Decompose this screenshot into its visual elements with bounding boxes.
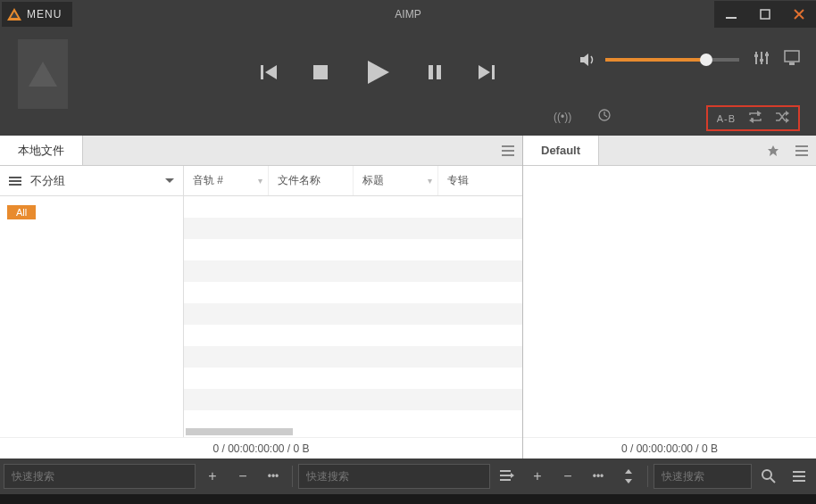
close-button[interactable]: [782, 1, 816, 28]
svg-rect-31: [500, 470, 511, 472]
svg-rect-12: [761, 52, 762, 64]
library-columns-header: 不分组 音轨 #▾ 文件名称 标题▾ 专辑: [0, 166, 522, 196]
sort-menu-button[interactable]: [494, 463, 520, 490]
svg-rect-28: [795, 145, 808, 147]
library-tab-header: 本地文件: [0, 136, 522, 166]
svg-rect-16: [765, 54, 769, 56]
svg-rect-18: [789, 62, 795, 65]
svg-rect-26: [502, 154, 514, 156]
play-button[interactable]: [362, 57, 393, 87]
window-controls: [714, 1, 816, 28]
playlist-search-input[interactable]: [654, 464, 752, 489]
transport-controls: [259, 57, 496, 87]
track-list[interactable]: [184, 196, 522, 437]
title-bar: MENU AIMP: [0, 0, 816, 29]
repeat-button[interactable]: [748, 111, 762, 126]
playlist-add-button[interactable]: +: [524, 463, 551, 490]
playlist-list[interactable]: [523, 166, 816, 437]
volume-thumb[interactable]: [700, 54, 712, 66]
previous-button[interactable]: [259, 62, 279, 82]
bottom-menu-icon[interactable]: [786, 463, 812, 490]
svg-rect-41: [793, 480, 805, 482]
pause-button[interactable]: [425, 62, 445, 82]
group-label: 不分组: [30, 173, 65, 189]
volume-slider[interactable]: [605, 58, 739, 62]
tab-local-files[interactable]: 本地文件: [0, 136, 83, 165]
svg-marker-8: [479, 65, 490, 79]
column-title[interactable]: 标题▾: [354, 166, 438, 195]
next-button[interactable]: [477, 62, 496, 82]
filter-icon[interactable]: ▾: [258, 176, 262, 186]
column-filename[interactable]: 文件名称: [269, 166, 354, 195]
group-selector[interactable]: 不分组: [0, 166, 184, 195]
ab-repeat-button[interactable]: A-B: [717, 113, 736, 124]
filter-icon[interactable]: ▾: [428, 176, 432, 186]
playlist-tab-header: Default: [523, 136, 816, 166]
library-status: 0 / 00:00:00:00 / 0 B: [0, 437, 522, 459]
svg-marker-27: [768, 145, 779, 156]
shuffle-button[interactable]: [775, 111, 789, 126]
svg-rect-2: [261, 65, 263, 79]
svg-rect-33: [500, 479, 511, 481]
album-art-placeholder[interactable]: [18, 39, 68, 109]
svg-marker-35: [625, 469, 632, 474]
svg-marker-22: [786, 111, 789, 116]
playlist-remove-button[interactable]: −: [554, 463, 581, 490]
svg-point-37: [762, 470, 771, 479]
horizontal-scrollbar[interactable]: [186, 428, 293, 435]
svg-rect-11: [755, 52, 757, 64]
remove-button[interactable]: −: [229, 463, 256, 490]
more-button[interactable]: •••: [260, 463, 287, 490]
group-sidebar: All: [0, 196, 184, 437]
sort-toggle-button[interactable]: [615, 463, 642, 490]
svg-rect-6: [429, 65, 433, 79]
svg-rect-40: [793, 475, 805, 477]
svg-rect-29: [795, 150, 808, 152]
app-logo-icon: [7, 8, 21, 21]
bottom-bar: + − ••• + − •••: [0, 459, 816, 494]
svg-marker-3: [265, 65, 277, 79]
extra-controls-left: ((•)): [554, 109, 611, 124]
favorite-icon[interactable]: [759, 136, 787, 165]
center-search-input[interactable]: [298, 464, 490, 489]
volume-icon[interactable]: [579, 51, 596, 69]
player-area: ((•)) A-B: [0, 29, 816, 136]
library-menu-icon[interactable]: [494, 136, 522, 165]
svg-rect-30: [795, 154, 808, 156]
volume-fill: [605, 58, 706, 62]
app-title: AIMP: [395, 8, 420, 21]
minimize-button[interactable]: [714, 1, 748, 28]
stop-button[interactable]: [311, 62, 330, 82]
svg-marker-23: [786, 118, 789, 123]
clock-icon[interactable]: [598, 109, 611, 124]
maximize-button[interactable]: [748, 1, 782, 28]
svg-rect-0: [726, 17, 737, 19]
svg-rect-32: [500, 475, 511, 476]
hamburger-icon: [9, 177, 21, 186]
svg-rect-7: [437, 65, 441, 79]
placeholder-icon: [29, 62, 57, 87]
svg-marker-34: [511, 473, 514, 478]
column-track-number[interactable]: 音轨 #▾: [184, 166, 269, 195]
svg-marker-5: [368, 61, 389, 84]
add-button[interactable]: +: [199, 463, 226, 490]
visualization-button[interactable]: [784, 50, 800, 70]
column-album[interactable]: 专辑: [438, 166, 522, 195]
search-icon[interactable]: [755, 463, 782, 490]
menu-label: MENU: [27, 8, 62, 21]
svg-rect-39: [793, 471, 805, 473]
library-body: All: [0, 196, 522, 437]
svg-rect-4: [313, 65, 328, 79]
playlist-menu-icon[interactable]: [787, 136, 816, 165]
svg-rect-17: [785, 51, 799, 62]
radio-icon[interactable]: ((•)): [554, 111, 571, 123]
svg-rect-25: [502, 150, 514, 152]
svg-marker-10: [580, 54, 588, 66]
playlist-more-button[interactable]: •••: [585, 463, 612, 490]
tab-default[interactable]: Default: [523, 136, 599, 165]
menu-button[interactable]: MENU: [2, 2, 72, 27]
svg-rect-9: [492, 65, 495, 79]
all-tag[interactable]: All: [7, 205, 36, 219]
equalizer-button[interactable]: [754, 50, 770, 70]
library-search-input[interactable]: [4, 464, 196, 489]
